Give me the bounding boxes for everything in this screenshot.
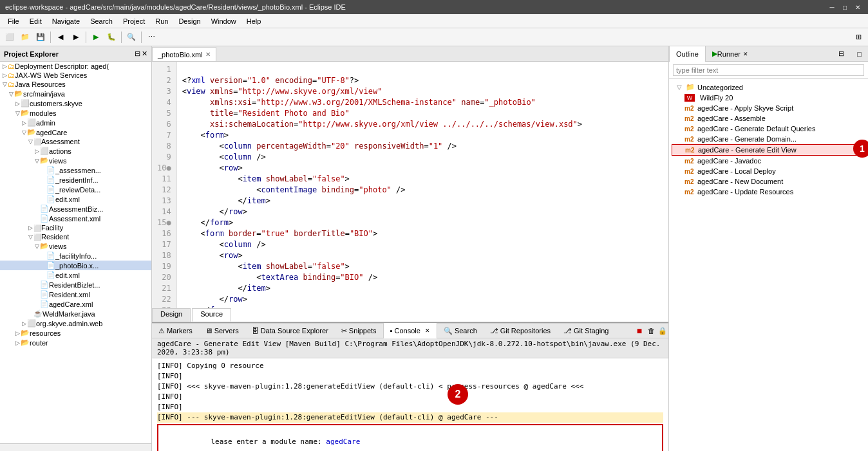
menu-window[interactable]: Window [206, 16, 241, 26]
menu-navigate[interactable]: Navigate [47, 16, 85, 26]
outline-gen-queries[interactable]: m2 agedCare - Generate Default Queries [672, 124, 865, 134]
toolbar-sep-3 [121, 32, 122, 43]
console-line-3: [INFO] <<< skyve-maven-plugin:1.28:gener… [157, 382, 663, 392]
console-prompt-block: lease enter a module name: agedCare leas… [157, 424, 663, 451]
maximize-button[interactable]: □ [840, 2, 850, 12]
tree-item-weldmarker[interactable]: ▷ ☕ WeldMarker.java [0, 309, 151, 318]
tree-item-src[interactable]: ▽ 📂 src/main/java [0, 89, 151, 98]
code-content[interactable]: <?xml version="1.0" encoding="UTF-8"?> <… [177, 62, 587, 308]
pe-scrollbar[interactable] [0, 443, 151, 451]
outline-local-deploy[interactable]: m2 agedCare - Local Deploy [672, 166, 865, 176]
tab-snippets[interactable]: ✂ Snippets [335, 323, 383, 338]
tab-markers[interactable]: ⚠ Markers [152, 323, 199, 338]
tree-item-router[interactable]: ▷ 📂 router [0, 338, 151, 347]
outline-new-doc[interactable]: m2 agedCare - New Document [672, 176, 865, 187]
editor-area: _photoBio.xml ✕ 12345 678910● 1112131415… [152, 46, 668, 451]
tree-item-photobio[interactable]: ▷ 📄 _photoBio.x... [0, 261, 151, 270]
tab-outline[interactable]: Outline [669, 46, 706, 62]
tree-item-orgskyve[interactable]: ▷ ⬜ org.skyve.admin.web [0, 318, 151, 328]
tab-design[interactable]: Design [152, 308, 191, 322]
outline-wildfly[interactable]: W WildFly 20 [672, 93, 865, 103]
menu-project[interactable]: Project [118, 16, 150, 26]
tree-item-assessment-xml[interactable]: ▷ 📄 Assessment.xml [0, 214, 151, 223]
tree-item-modules[interactable]: ▽ 📂 modules [0, 108, 151, 118]
pe-minimize-btn[interactable]: ⊟ [135, 50, 140, 58]
outline-gen-edit-view[interactable]: m2 agedCare - Generate Edit View 1 [672, 144, 865, 156]
console-stop-btn[interactable]: ■ [634, 325, 645, 336]
runner-icon: ▶ [712, 50, 717, 58]
tree-item-resources[interactable]: ▷ 📂 resources [0, 328, 151, 338]
tree-item-assessmen-file[interactable]: ▷ 📄 _assessmen... [0, 165, 151, 175]
tree-item-reviewdeta-file[interactable]: ▷ 📄 _reviewDeta... [0, 185, 151, 194]
tab-search[interactable]: 🔍 Search [437, 323, 484, 338]
tree-item-admin[interactable]: ▷ ⬜ admin [0, 118, 151, 127]
tree-item-deployment[interactable]: ▷ 🗂 Deployment Descriptor: aged( [0, 62, 151, 71]
tab-git-repos[interactable]: ⎇ Git Repositories [484, 323, 557, 338]
tree-item-residentbizlet[interactable]: ▷ 📄 ResidentBizlet... [0, 280, 151, 290]
right-panel-minimize[interactable]: ⊟ [832, 46, 851, 62]
outline-update-res[interactable]: m2 agedCare - Update Resources [672, 187, 865, 197]
toolbar-run[interactable]: ▶ [89, 30, 103, 44]
filter-input[interactable] [673, 64, 864, 76]
toolbar-back[interactable]: ◀ [53, 30, 68, 44]
code-editor[interactable]: 12345 678910● 1112131415● 1617181920 212… [152, 62, 668, 308]
tree-item-views-resident[interactable]: ▽ 📂 views [0, 241, 151, 251]
tree-item-edit-assessment[interactable]: ▷ 📄 edit.xml [0, 194, 151, 204]
menu-design[interactable]: Design [173, 16, 205, 26]
menu-edit[interactable]: Edit [24, 16, 47, 26]
menu-help[interactable]: Help [241, 16, 267, 26]
menu-search[interactable]: Search [85, 16, 118, 26]
outline-javadoc[interactable]: m2 agedCare - Javadoc [672, 156, 865, 166]
menu-bar: File Edit Navigate Search Project Run De… [0, 14, 868, 28]
tree-item-jaxws[interactable]: ▷ 🗂 JAX-WS Web Services [0, 71, 151, 80]
tree-item-resident-xml[interactable]: ▷ 📄 Resident.xml [0, 290, 151, 299]
tree-item-assessmentbiz[interactable]: ▷ 📄 AssessmentBiz... [0, 204, 151, 214]
outline-assemble[interactable]: m2 agedCare - Assemble [672, 113, 865, 124]
tree-item-java-resources[interactable]: ▽ 🗂 Java Resources [0, 80, 151, 89]
tab-servers[interactable]: 🖥 Servers [199, 323, 245, 338]
outline-apply-skyve[interactable]: m2 agedCare - Apply Skyve Script [672, 103, 865, 113]
tree-item-agedcare-xml[interactable]: ▷ 📄 agedCare.xml [0, 299, 151, 309]
project-explorer-header: Project Explorer ⊟ ✕ [0, 46, 151, 62]
toolbar-new[interactable]: ⬜ [3, 30, 17, 44]
toolbar-debug[interactable]: 🐛 [104, 30, 118, 44]
toolbar-perspective[interactable]: ⊞ [851, 30, 865, 44]
outline-gen-domain[interactable]: m2 agedCare - Generate Domain... [672, 134, 865, 144]
tree-item-edit-resident[interactable]: ▷ 📄 edit.xml [0, 270, 151, 280]
toolbar-save[interactable]: 💾 [33, 30, 48, 44]
tab-runner[interactable]: ▶ Runner ✕ [706, 46, 755, 62]
tree-item-facility[interactable]: ▷ ⬜ Facility [0, 223, 151, 232]
console-clear-btn[interactable]: 🗑 [645, 325, 657, 336]
tab-console[interactable]: ▪ Console ✕ [383, 323, 437, 338]
menu-run[interactable]: Run [150, 16, 173, 26]
window-controls[interactable]: ─ □ ✕ [827, 2, 863, 12]
tree-item-views-assessment[interactable]: ▽ 📂 views [0, 156, 151, 165]
tree-item-actions[interactable]: ▷ ⬜ actions [0, 146, 151, 156]
toolbar-open[interactable]: 📁 [18, 30, 32, 44]
minimize-button[interactable]: ─ [827, 2, 837, 12]
runner-tab-close[interactable]: ✕ [743, 51, 748, 57]
tree-item-residentinf-file[interactable]: ▷ 📄 _residentInf... [0, 175, 151, 185]
tab-datasource[interactable]: 🗄 Data Source Explorer [245, 323, 335, 338]
tree-item-resident[interactable]: ▽ ⬜ Resident [0, 232, 151, 241]
editor-tab-close[interactable]: ✕ [205, 51, 211, 58]
pe-close-btn[interactable]: ✕ [142, 50, 147, 58]
tree-item-assessment[interactable]: ▽ ⬜ Assessment [0, 137, 151, 146]
close-button[interactable]: ✕ [853, 2, 863, 12]
tree-item-agedcare[interactable]: ▽ 📂 agedCare [0, 127, 151, 137]
right-panel-maximize[interactable]: □ [851, 46, 868, 62]
toolbar-more[interactable]: ⋯ [144, 30, 158, 44]
tree-item-facilityinfo[interactable]: ▷ 📄 _facilityInfo... [0, 251, 151, 261]
menu-file[interactable]: File [3, 16, 24, 26]
console-title-bar: agedCare - Generate Edit View [Maven Bui… [152, 338, 668, 358]
toolbar-search[interactable]: 🔍 [124, 30, 138, 44]
uncategorized-expand[interactable]: ▽ [677, 84, 682, 91]
line-numbers: 12345 678910● 1112131415● 1617181920 212… [152, 62, 177, 308]
tree-item-customers[interactable]: ▷ ⬜ customers.skyve [0, 98, 151, 108]
tab-source[interactable]: Source [192, 308, 231, 322]
console-tab-close[interactable]: ✕ [425, 327, 430, 334]
tab-git-staging[interactable]: ⎇ Git Staging [557, 323, 615, 338]
toolbar-forward[interactable]: ▶ [69, 30, 83, 44]
editor-tab-photobio[interactable]: _photoBio.xml ✕ [152, 47, 216, 61]
console-lock-btn[interactable]: 🔒 [657, 325, 668, 336]
